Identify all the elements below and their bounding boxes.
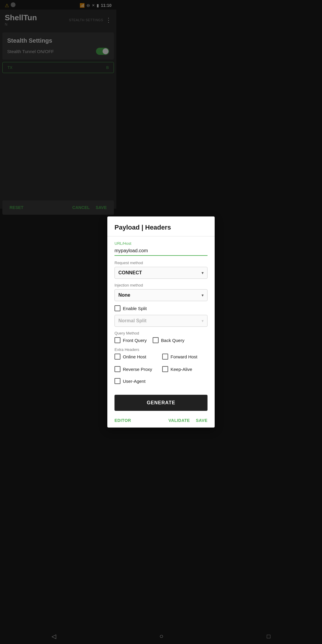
- overlay: [0, 0, 116, 233]
- dialog-header: Payload | Headers: [107, 216, 116, 233]
- dialog: Payload | Headers URL/Host Request metho…: [107, 216, 116, 233]
- dialog-title: Payload | Headers: [114, 224, 116, 231]
